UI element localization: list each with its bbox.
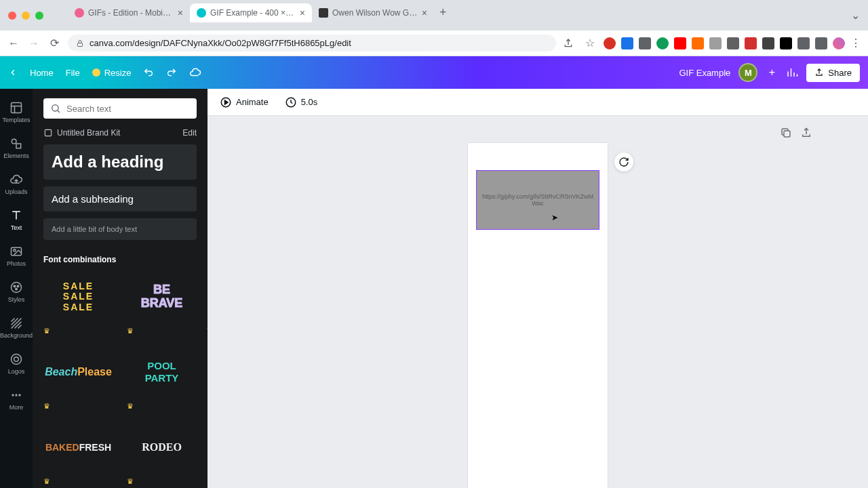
resize-label: Resize bbox=[104, 68, 132, 78]
header-left: Home File Resize bbox=[8, 66, 201, 79]
tool-rail: Templates Elements Uploads Text Photos S… bbox=[0, 89, 33, 488]
browser-tab[interactable]: GIFs - Edition - Mobimag × bbox=[68, 3, 190, 22]
add-collaborator-button[interactable]: + bbox=[766, 66, 778, 79]
duration-button[interactable]: 5.0s bbox=[285, 96, 318, 108]
tab-close-icon[interactable]: × bbox=[300, 7, 305, 18]
side-panel-icon[interactable] bbox=[815, 37, 827, 49]
tab-close-icon[interactable]: × bbox=[422, 7, 427, 18]
svg-rect-1 bbox=[12, 103, 22, 113]
rail-photos[interactable]: Photos bbox=[0, 241, 33, 271]
edit-brand-kit-link[interactable]: Edit bbox=[182, 128, 197, 138]
svg-point-2 bbox=[12, 139, 16, 144]
crown-icon bbox=[92, 68, 100, 77]
rail-background[interactable]: Background bbox=[0, 312, 33, 343]
browser-tabs: GIFs - Edition - Mobimag × GIF Example -… bbox=[62, 3, 846, 22]
extension-icon[interactable] bbox=[692, 37, 704, 49]
add-subheading-button[interactable]: Add a subheading bbox=[43, 186, 197, 211]
browser-menu-icon[interactable]: ⋮ bbox=[850, 37, 861, 49]
text-content: https://giphy.com/gifs/SttRvCRSnVKZwMWac bbox=[481, 193, 595, 207]
add-heading-button[interactable]: Add a heading bbox=[43, 144, 197, 180]
add-body-text-button[interactable]: Add a little bit of body text bbox=[43, 218, 197, 240]
back-button[interactable]: ← bbox=[7, 37, 20, 49]
regenerate-button[interactable] bbox=[614, 152, 633, 171]
resize-button[interactable]: Resize bbox=[92, 68, 132, 78]
duration-label: 5.0s bbox=[301, 97, 318, 107]
font-combo-item[interactable]: POOLPARTY ♛ bbox=[127, 346, 197, 411]
animate-icon bbox=[220, 96, 232, 108]
share-button[interactable]: Share bbox=[806, 64, 860, 82]
home-button[interactable]: Home bbox=[30, 68, 54, 78]
forward-button[interactable]: → bbox=[27, 37, 41, 49]
extension-icon[interactable] bbox=[656, 37, 669, 49]
font-combo-item[interactable]: BEBRAVE ♛ bbox=[127, 271, 197, 336]
extension-icon[interactable] bbox=[709, 37, 722, 49]
tab-close-icon[interactable]: × bbox=[178, 7, 183, 18]
combo-preview: BAKEDFRESH bbox=[43, 422, 113, 473]
file-menu[interactable]: File bbox=[66, 68, 80, 78]
share-page-icon[interactable] bbox=[563, 38, 576, 49]
lock-icon bbox=[76, 39, 84, 47]
share-page-icon[interactable] bbox=[800, 127, 812, 139]
chevron-down-icon[interactable]: ⌄ bbox=[851, 9, 860, 22]
rail-styles[interactable]: Styles bbox=[0, 277, 33, 307]
undo-button[interactable] bbox=[143, 67, 154, 78]
font-combo-item[interactable]: SALESALESALE ♛ bbox=[43, 271, 113, 336]
svg-point-9 bbox=[16, 288, 18, 290]
rail-logos[interactable]: Logos bbox=[0, 348, 33, 379]
extension-icon[interactable] bbox=[639, 37, 651, 49]
font-combo-item[interactable]: RODEO ♛ bbox=[127, 422, 197, 486]
window-maximize[interactable] bbox=[35, 12, 43, 20]
new-tab-button[interactable]: + bbox=[434, 3, 452, 22]
rail-label: Text bbox=[11, 224, 22, 231]
back-to-home-button[interactable] bbox=[8, 68, 18, 77]
combo-preview: POOLPARTY bbox=[127, 346, 197, 398]
share-label: Share bbox=[828, 68, 852, 78]
combo-preview: BEBRAVE bbox=[127, 271, 197, 323]
profile-avatar[interactable] bbox=[833, 37, 845, 49]
canvas-wrapper[interactable]: https://giphy.com/gifs/SttRvCRSnVKZwMWac… bbox=[208, 116, 868, 488]
browser-tab[interactable]: GIF Example - 400 × 1000px × bbox=[190, 3, 312, 22]
browser-tab[interactable]: Owen Wilson Wow GIF - Find & × bbox=[312, 3, 434, 22]
svg-point-11 bbox=[14, 357, 19, 362]
main-area: Templates Elements Uploads Text Photos S… bbox=[0, 89, 868, 488]
extension-icon[interactable] bbox=[604, 37, 616, 49]
premium-icon: ♛ bbox=[127, 327, 197, 336]
text-element[interactable]: https://giphy.com/gifs/SttRvCRSnVKZwMWac… bbox=[476, 170, 599, 230]
window-close[interactable] bbox=[8, 12, 16, 20]
extensions-menu-icon[interactable] bbox=[797, 37, 810, 49]
url-text: canva.com/design/DAFCNynaXkk/Oo02pW8Gf7F… bbox=[90, 38, 351, 48]
search-field[interactable] bbox=[43, 98, 197, 119]
svg-rect-0 bbox=[78, 43, 83, 46]
address-bar[interactable]: canva.com/design/DAFCNynaXkk/Oo02pW8Gf7F… bbox=[68, 35, 556, 52]
rail-uploads[interactable]: Uploads bbox=[0, 169, 33, 199]
svg-point-10 bbox=[12, 354, 22, 365]
cloud-save-icon[interactable] bbox=[189, 66, 201, 79]
reload-button[interactable]: ⟳ bbox=[47, 37, 61, 49]
animate-button[interactable]: Animate bbox=[220, 96, 269, 108]
extension-icon[interactable] bbox=[727, 37, 739, 49]
rail-more[interactable]: More bbox=[0, 384, 33, 415]
font-combo-item[interactable]: BAKEDFRESH ♛ bbox=[43, 422, 113, 486]
user-avatar[interactable]: M bbox=[738, 63, 757, 82]
side-panel: Untitled Brand Kit Edit Add a heading Ad… bbox=[33, 89, 208, 488]
extension-icon[interactable] bbox=[762, 37, 774, 49]
redo-button[interactable] bbox=[166, 67, 177, 78]
design-page[interactable]: https://giphy.com/gifs/SttRvCRSnVKZwMWac… bbox=[468, 143, 608, 488]
extension-icon[interactable] bbox=[674, 37, 686, 49]
page-actions bbox=[780, 127, 812, 139]
extension-icon[interactable] bbox=[780, 37, 792, 49]
document-title[interactable]: GIF Example bbox=[679, 68, 730, 78]
rail-text[interactable]: Text bbox=[0, 205, 33, 235]
rail-elements[interactable]: Elements bbox=[0, 133, 33, 163]
bookmark-icon[interactable]: ☆ bbox=[583, 37, 597, 49]
rail-templates[interactable]: Templates bbox=[0, 97, 33, 127]
search-input[interactable] bbox=[66, 104, 190, 114]
extension-icon[interactable] bbox=[621, 37, 633, 49]
duplicate-page-icon[interactable] bbox=[780, 127, 792, 139]
premium-icon: ♛ bbox=[43, 402, 113, 411]
font-combo-item[interactable]: BeachPlease ♛ bbox=[43, 346, 113, 411]
extension-icon[interactable] bbox=[745, 37, 757, 49]
window-minimize[interactable] bbox=[22, 12, 30, 20]
rail-label: Uploads bbox=[5, 188, 27, 195]
insights-icon[interactable] bbox=[786, 66, 798, 79]
